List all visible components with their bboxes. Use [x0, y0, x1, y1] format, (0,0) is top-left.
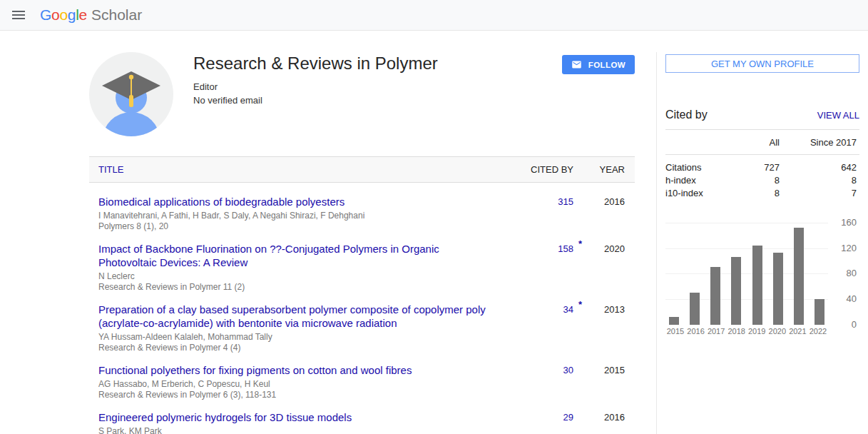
article-title-link[interactable]: Biomedical applications of biodegradable… [98, 195, 499, 208]
y-tick-label: 80 [847, 268, 857, 278]
column-header-title[interactable]: TITLE [89, 164, 516, 175]
mail-icon [571, 59, 582, 70]
x-tick-label: 2018 [727, 327, 747, 335]
column-all: All [730, 137, 780, 148]
article-row: Engineered polymeric hydrogels for 3D ti… [89, 410, 635, 434]
article-venue: Research & Reviews in Polymer 4 (4) [98, 343, 499, 353]
article-venue: Research & Reviews in Polymer 11 (2) [98, 282, 499, 293]
cited-by-heading: Cited by [665, 108, 708, 121]
cited-by-count-link[interactable]: 29 [563, 412, 573, 423]
article-row: Impact of Backbone Fluorination on ??-Co… [89, 242, 635, 292]
cited-by-count-link[interactable]: 158 [558, 243, 573, 254]
article-authors: AG Hassabo, M Erberich, C Popescu, H Keu… [98, 379, 499, 390]
cited-by-count-link[interactable]: 34 [563, 304, 573, 315]
stat-value-since: 642 [780, 161, 859, 174]
follow-button-label: FOLLOW [588, 61, 626, 69]
citations-chart: 160 120 80 40 0 2015 2016 2017 2018 2019… [665, 223, 859, 335]
stat-label: h-index [665, 174, 730, 187]
stat-label: Citations [665, 161, 730, 174]
avatar [89, 52, 173, 136]
article-title-link[interactable]: Impact of Backbone Fluorination on ??-Co… [98, 242, 499, 269]
chart-bar-2018[interactable] [731, 257, 741, 325]
logo-letter: e [79, 6, 87, 24]
logo-letter: g [68, 6, 76, 24]
chart-bar-2016[interactable] [690, 293, 700, 325]
article-authors: S Park, KM Park [98, 426, 499, 434]
column-header-cited-by: CITED BY [516, 164, 573, 175]
y-tick-label: 160 [841, 217, 857, 228]
stat-value-all: 727 [730, 161, 780, 174]
article-year: 2015 [573, 363, 635, 377]
article-authors: I Manavitehrani, A Fathi, H Badr, S Daly… [98, 211, 499, 221]
hamburger-icon [12, 11, 25, 19]
publications-list: Biomedical applications of biodegradable… [89, 183, 635, 434]
article-year: 2020 [573, 242, 635, 256]
google-scholar-logo[interactable]: Google Scholar [40, 6, 142, 24]
stat-label: i10-index [665, 187, 730, 200]
y-tick-label: 40 [847, 293, 857, 304]
article-year: 2013 [573, 303, 635, 316]
graduate-avatar-icon [89, 52, 173, 136]
chart-bar-2022[interactable] [815, 299, 824, 325]
right-sidebar: GET MY OWN PROFILE Cited by VIEW ALL All… [656, 52, 859, 434]
chart-x-axis: 2015 2016 2017 2018 2019 2020 2021 2022 [665, 327, 828, 335]
article-row: Preparation of a clay based superabsorbe… [89, 303, 635, 353]
article-row: Functional polyethers for fixing pigment… [89, 363, 635, 400]
stat-value-all: 8 [730, 174, 780, 187]
chart-bar-2020[interactable] [773, 253, 783, 325]
publications-table-header: TITLE CITED BY YEAR [89, 156, 635, 183]
logo-letter: o [51, 6, 59, 24]
x-tick-label: 2019 [747, 327, 767, 335]
x-tick-label: 2020 [767, 327, 787, 335]
stat-row-citations: Citations 727 642 [665, 161, 859, 174]
cited-by-panel: Cited by VIEW ALL All Since 2017 Citatio… [665, 108, 859, 200]
stat-value-since: 8 [780, 174, 859, 187]
article-authors: N Leclerc [98, 271, 499, 282]
cited-by-count-link[interactable]: 315 [558, 196, 573, 207]
x-tick-label: 2017 [706, 327, 726, 335]
stats-column-headers: All Since 2017 [665, 130, 859, 155]
page-title: Research & Reviews in Polymer [193, 54, 562, 74]
x-tick-label: 2021 [787, 327, 807, 335]
y-tick-label: 0 [852, 319, 857, 330]
profile-role: Editor [193, 81, 562, 92]
logo-letter: G [40, 6, 51, 24]
article-title-link[interactable]: Engineered polymeric hydrogels for 3D ti… [98, 410, 499, 424]
stat-value-since: 7 [780, 187, 859, 200]
x-tick-label: 2022 [808, 327, 828, 335]
follow-button[interactable]: FOLLOW [562, 55, 635, 74]
chart-bar-2021[interactable] [794, 228, 804, 325]
main-content: Research & Reviews in Polymer Editor No … [0, 31, 868, 434]
article-title-link[interactable]: Functional polyethers for fixing pigment… [98, 363, 499, 377]
get-my-own-profile-button[interactable]: GET MY OWN PROFILE [665, 54, 859, 73]
article-venue: Research & Reviews in Polymer 6 (3), 118… [98, 390, 499, 400]
y-tick-label: 120 [841, 243, 857, 253]
article-venue: Polymers 8 (1), 20 [98, 221, 499, 232]
article-year: 2016 [573, 410, 635, 424]
cited-by-count-link[interactable]: 30 [563, 365, 573, 375]
chart-y-axis: 160 120 80 40 0 [831, 223, 859, 325]
topbar: Google Scholar [0, 0, 868, 31]
asterisk: * [578, 238, 582, 249]
asterisk: * [578, 299, 582, 310]
article-row: Biomedical applications of biodegradable… [89, 195, 635, 231]
chart-plot-area [665, 223, 828, 325]
chart-bar-2017[interactable] [710, 267, 720, 325]
article-authors: YA Hussam-Aldeen Kalaleh, Mohammad Tally [98, 332, 499, 343]
menu-button[interactable] [4, 1, 33, 29]
column-since-2017: Since 2017 [780, 137, 859, 148]
stat-row-h-index: h-index 8 8 [665, 174, 859, 187]
chart-bar-2015[interactable] [669, 317, 679, 325]
view-all-link[interactable]: VIEW ALL [817, 110, 859, 121]
logo-product-name: Scholar [91, 6, 142, 24]
article-title-link[interactable]: Preparation of a clay based superabsorbe… [98, 303, 499, 330]
x-tick-label: 2015 [665, 327, 685, 335]
article-year: 2016 [573, 195, 635, 208]
chart-bar-2019[interactable] [752, 246, 762, 325]
stat-row-i10-index: i10-index 8 7 [665, 187, 859, 200]
column-header-year[interactable]: YEAR [573, 163, 635, 176]
stat-value-all: 8 [730, 187, 780, 200]
profile-header: Research & Reviews in Polymer Editor No … [89, 52, 635, 136]
logo-letter: o [59, 6, 67, 24]
x-tick-label: 2016 [686, 327, 706, 335]
